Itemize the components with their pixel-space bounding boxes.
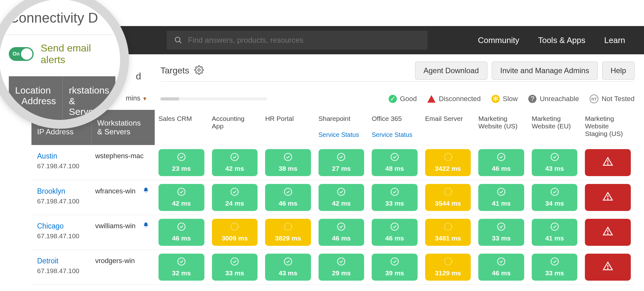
latency-cell[interactable]: 38 ms [261,145,315,180]
service-status-link[interactable]: Service Status [372,131,418,138]
latency-value: 43 ms [545,165,564,172]
latency-cell[interactable]: 46 ms [368,215,421,250]
svg-line-1 [179,41,181,43]
latency-cell[interactable]: 48 ms [368,145,421,180]
latency-cell[interactable]: 3481 ms [421,215,475,250]
latency-cell[interactable]: 3422 ms [421,145,475,180]
svg-point-9 [497,153,505,160]
legend-disconnected: Disconnected [427,95,480,103]
latency-value: 27 ms [332,165,351,172]
latency-value: 46 ms [332,234,351,242]
nav-learn[interactable]: Learn [604,35,625,45]
latency-cell[interactable]: 33 ms [475,215,528,250]
latency-cell[interactable]: 34 ms [528,180,581,215]
svg-point-34 [231,258,238,265]
search-icon [174,36,182,44]
latency-value: 3829 ms [275,234,301,242]
latency-cell[interactable]: 43 ms [261,250,315,284]
admins-dropdown-fragment[interactable]: mins▼ [126,94,147,102]
latency-cell[interactable]: 3544 ms [421,180,475,215]
check-icon [550,222,559,233]
latency-cell[interactable]: 42 ms [155,180,208,215]
latency-cell[interactable]: 46 ms [475,145,528,180]
latency-cell[interactable]: 33 ms [208,250,262,284]
help-button[interactable]: Help [602,62,635,80]
invite-admins-button[interactable]: Invite and Manage Admins [492,62,598,80]
latency-cell[interactable]: 43 ms [528,145,581,180]
agent-download-button[interactable]: Agent Download [415,62,487,80]
latency-cell[interactable]: 32 ms [155,250,208,284]
latency-cell[interactable]: 46 ms [261,180,315,215]
svg-point-37 [391,258,398,265]
location-link[interactable]: Chicago [37,222,64,230]
latency-cell[interactable]: 24 ms [208,180,262,215]
check-icon [230,153,239,163]
bell-icon[interactable] [143,187,149,195]
table-row: Austin67.198.47.100wstephens-mac23 ms42 … [31,145,635,180]
lens-col-location: Location Address [9,76,63,126]
col-target: Email Server [421,110,475,145]
latency-value: 29 ms [332,269,351,277]
latency-value: 46 ms [492,269,511,277]
magnifier-lens: Connectivity D On Send email alerts Loca… [0,0,129,129]
col-target: Sales CRM [155,110,208,145]
latency-cell[interactable] [581,180,635,215]
check-icon [284,187,292,198]
nav-community[interactable]: Community [478,35,519,45]
latency-cell[interactable] [581,215,635,250]
horizontal-scrollbar[interactable] [160,97,267,100]
latency-value: 3009 ms [222,234,248,242]
latency-value: 34 ms [545,200,564,207]
latency-cell[interactable]: 33 ms [368,180,421,215]
toggle-knob [21,48,32,60]
latency-cell[interactable] [581,145,635,180]
latency-cell[interactable]: 29 ms [315,250,368,284]
location-link[interactable]: Brooklyn [37,187,65,195]
latency-value: 3544 ms [435,200,461,207]
ip-address: 67.198.47.100 [37,197,86,205]
svg-point-5 [284,153,291,160]
latency-value: 39 ms [385,269,404,277]
latency-cell[interactable]: 3129 ms [421,250,475,284]
search-input[interactable] [188,36,420,45]
question-icon: ? [528,95,536,103]
location-link[interactable]: Austin [37,152,57,160]
col-target: HR Portal [261,110,315,145]
workstation-cell: wfrances-win [92,180,155,215]
latency-cell[interactable] [581,250,635,284]
latency-cell[interactable]: 23 ms [155,145,208,180]
latency-cell[interactable]: 3009 ms [208,215,262,250]
email-alerts-toggle[interactable]: On [9,47,34,61]
latency-value: 3422 ms [435,165,461,172]
latency-value: 33 ms [385,200,404,207]
latency-cell[interactable]: 41 ms [475,180,528,215]
location-link[interactable]: Detroit [37,257,58,265]
workstation-cell: vwilliams-win [92,215,155,250]
svg-point-30 [551,223,558,230]
latency-cell[interactable]: 46 ms [315,215,368,250]
latency-value: 46 ms [492,165,511,172]
latency-cell[interactable]: 42 ms [208,145,262,180]
latency-cell[interactable]: 27 ms [315,145,368,180]
latency-cell[interactable]: 33 ms [528,250,581,284]
col-target: SharepointService Status [315,110,368,145]
slow-icon [230,222,239,233]
latency-cell[interactable]: 41 ms [528,215,581,250]
check-icon [497,257,506,267]
search-box[interactable] [167,31,428,50]
svg-point-32 [608,233,608,234]
table-row: Chicago67.198.47.100vwilliams-win46 ms30… [31,215,635,250]
latency-cell[interactable]: 46 ms [475,250,528,284]
svg-point-12 [608,164,608,164]
ip-address: 67.198.47.100 [37,267,86,275]
bell-icon[interactable] [143,222,149,230]
latency-cell[interactable]: 46 ms [155,215,208,250]
latency-cell[interactable]: 42 ms [315,180,368,215]
ip-address: 67.198.47.100 [37,162,86,170]
latency-cell[interactable]: 39 ms [368,250,421,284]
service-status-link[interactable]: Service Status [319,131,364,138]
gear-icon[interactable] [194,65,204,76]
slow-icon [444,222,452,233]
nav-tools[interactable]: Tools & Apps [538,35,585,45]
latency-cell[interactable]: 3829 ms [261,215,315,250]
